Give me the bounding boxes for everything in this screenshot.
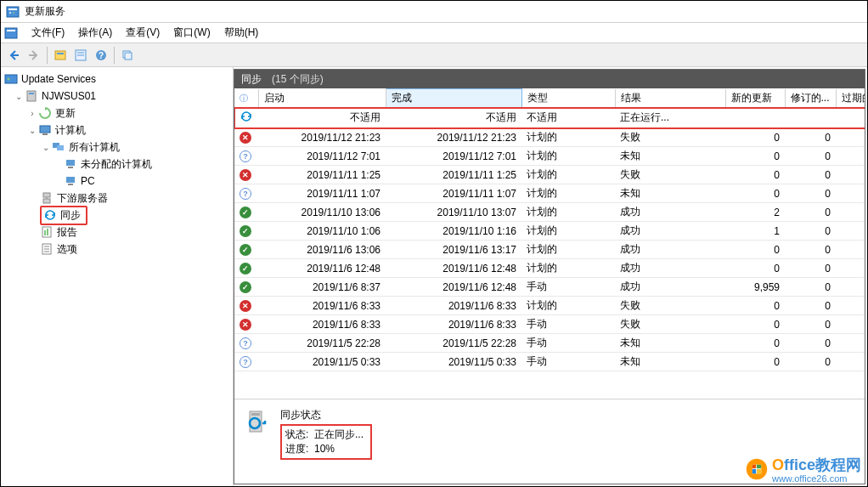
table-row[interactable]: ✓2019/11/6 12:482019/11/6 12:48计划的成功000 [234,259,865,278]
row-rev [785,108,836,128]
toolbar-separator [47,47,48,64]
row-exp: 0 [836,184,865,203]
row-result: 未知 [615,353,725,371]
expander-icon[interactable]: ⌄ [40,143,52,152]
tree-unassigned[interactable]: 未分配的计算机 [3,156,231,173]
expander-icon[interactable]: ⌄ [13,92,25,101]
row-new: 0 [725,241,785,259]
svg-point-16 [8,78,10,81]
table-row[interactable]: ?2019/11/5 0:332019/11/5 0:33手动未知000 [234,353,865,371]
row-status-icon: ? [234,184,258,203]
table-row[interactable]: ✓2019/11/6 8:372019/11/6 12:48手动成功9,9590… [234,278,865,297]
menu-window[interactable]: 窗口(W) [166,24,217,42]
col-exp[interactable]: 过期的... [836,89,865,108]
table-row[interactable]: ✓2019/11/10 13:062019/11/10 13:07计划的成功20… [234,203,865,222]
row-start: 不适用 [258,108,386,128]
table-row[interactable]: ?2019/11/11 1:072019/11/11 1:07计划的未知000 [234,184,865,203]
help-button[interactable]: ? [92,46,110,65]
tree-options[interactable]: 选项 [3,241,231,258]
row-type: 手动 [521,278,615,297]
row-end: 2019/11/6 8:33 [386,297,521,315]
col-type[interactable]: 类型 [521,89,615,108]
row-end: 2019/11/10 13:07 [386,203,521,222]
table-row[interactable]: ?2019/11/5 22:282019/11/5 22:28手动未知000 [234,334,865,353]
row-type: 计划的 [521,184,615,203]
properties-button[interactable] [71,46,90,65]
row-rev: 0 [785,241,836,259]
detail-status-box: 状态: 正在同步... 进度: 10% [280,424,372,460]
menu-view[interactable]: 查看(V) [119,24,166,42]
table-row[interactable]: ?2019/11/12 7:012019/11/12 7:01计划的未知000 [234,147,865,166]
menu-action[interactable]: 操作(A) [71,24,119,42]
show-console-button[interactable] [51,46,70,65]
row-rev: 0 [785,203,836,222]
status-value: 正在同步... [314,428,364,440]
row-end: 2019/11/11 1:25 [386,166,521,184]
toolbar: ? [1,43,867,67]
row-end: 2019/11/5 22:28 [386,334,521,353]
row-rev: 0 [785,222,836,241]
server-icon [25,89,38,103]
svg-rect-23 [66,160,75,166]
row-rev: 0 [785,334,836,353]
col-new[interactable]: 新的更新 [725,89,785,108]
tree-computers-label: 计算机 [55,123,86,138]
tree-root[interactable]: Update Services [3,71,231,88]
tree-sync[interactable]: 同步 [3,207,231,224]
col-rev[interactable]: 修订的... [785,89,836,108]
col-end[interactable]: 完成 [386,89,521,108]
expander-icon[interactable]: ⌄ [26,126,38,135]
row-type: 计划的 [521,166,615,184]
row-result: 成功 [615,222,725,241]
row-exp: 0 [836,259,865,278]
row-new: 0 [725,166,785,184]
table-row[interactable]: ✕2019/11/11 1:252019/11/11 1:25计划的失败000 [234,166,865,184]
tree-pc-label: PC [81,175,95,187]
table-row[interactable]: 不适用不适用不适用正在运行... [234,108,865,128]
table-row[interactable]: ✕2019/11/12 21:232019/11/12 21:23计划的失败00… [234,128,865,147]
row-result: 成功 [615,259,725,278]
tree-downstream[interactable]: 下游服务器 [3,190,231,207]
tree-unassigned-label: 未分配的计算机 [81,157,152,172]
computer-icon [64,157,77,171]
updates-icon [38,106,52,120]
sync-icon [43,208,57,222]
menu-file[interactable]: 文件(F) [25,24,71,42]
menu-help[interactable]: 帮助(H) [217,24,266,42]
nav-back-button[interactable] [4,46,23,65]
row-type: 计划的 [521,297,615,315]
svg-rect-14 [125,53,132,59]
tree-pc[interactable]: PC [3,173,231,190]
tree-updates[interactable]: › 更新 [3,105,231,122]
row-result: 失败 [615,315,725,334]
col-status-icon[interactable]: ⓘ [234,89,258,108]
table-row[interactable]: ✓2019/11/6 13:062019/11/6 13:17计划的成功001 [234,241,865,259]
row-new: 0 [725,128,785,147]
new-window-button[interactable] [118,46,137,65]
svg-rect-5 [7,30,15,31]
row-result: 成功 [615,278,725,297]
reports-icon [40,225,54,239]
table-row[interactable]: ✓2019/11/10 1:062019/11/10 1:16计划的成功1035 [234,222,865,241]
sync-table[interactable]: ⓘ 启动 完成 类型 结果 新的更新 修订的... 过期的... 不适用不适用不… [234,88,865,399]
row-rev: 0 [785,353,836,371]
tree-all-computers[interactable]: ⌄ 所有计算机 [3,139,231,156]
svg-rect-24 [68,167,73,168]
row-exp: 0 [836,166,865,184]
tree-server[interactable]: ⌄ NJWSUS01 [3,88,231,105]
row-status-icon: ✓ [234,259,258,278]
tree-reports[interactable]: 报告 [3,224,231,241]
row-result: 正在运行... [615,108,725,128]
progress-value: 10% [314,443,335,455]
expander-icon[interactable]: › [26,109,38,118]
tree-pane[interactable]: Update Services ⌄ NJWSUS01 › 更新 ⌄ 计算机 ⌄ … [1,67,234,486]
col-result[interactable]: 结果 [615,89,725,108]
table-row[interactable]: ✕2019/11/6 8:332019/11/6 8:33手动失败000 [234,315,865,334]
row-status-icon: ? [234,353,258,371]
nav-forward-button[interactable] [25,46,43,65]
table-row[interactable]: ✕2019/11/6 8:332019/11/6 8:33计划的失败000 [234,297,865,315]
row-status-icon: ✓ [234,222,258,241]
row-end: 2019/11/11 1:07 [386,184,521,203]
col-start[interactable]: 启动 [258,89,386,108]
tree-computers[interactable]: ⌄ 计算机 [3,122,231,139]
